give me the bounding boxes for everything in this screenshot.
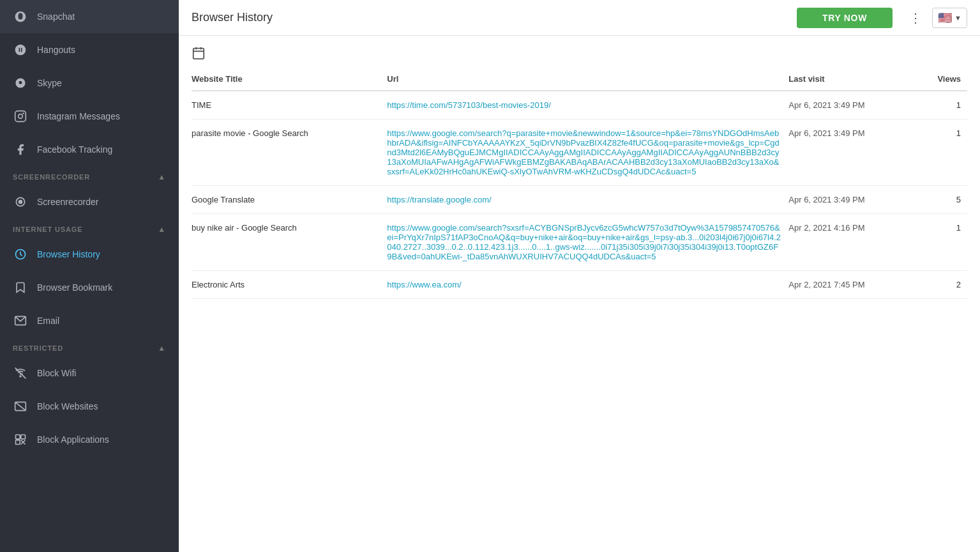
skype-icon	[13, 75, 28, 91]
facebook-icon	[13, 142, 28, 157]
snapchat-icon	[13, 9, 28, 24]
chevron-up-icon2: ▲	[158, 225, 166, 234]
cell-title: parasite movie - Google Search	[192, 119, 387, 186]
cell-title: TIME	[192, 91, 387, 119]
more-options-icon[interactable]: ⋮	[905, 8, 926, 28]
language-selector[interactable]: 🇺🇸 ▼	[932, 8, 967, 28]
record-icon	[13, 194, 28, 210]
cell-views: 5	[921, 186, 967, 214]
sidebar-item-label: Browser Bookmark	[37, 282, 112, 293]
calendar-icon-row	[192, 46, 967, 60]
main-panel: Browser History TRY NOW ⋮ 🇺🇸 ▼ Website T…	[179, 0, 980, 552]
cell-views: 2	[921, 271, 967, 299]
cell-url[interactable]: https://translate.google.com/	[387, 186, 788, 214]
cell-views: 1	[921, 91, 967, 119]
table-row: parasite movie - Google Searchhttps://ww…	[192, 119, 967, 186]
sidebar-item-block-applications[interactable]: Block Applications	[0, 423, 179, 456]
try-now-button[interactable]: TRY NOW	[797, 8, 893, 28]
cell-title: buy nike air - Google Search	[192, 214, 387, 271]
sidebar-item-label: Instagram Messages	[37, 111, 120, 121]
cell-last-visit: Apr 6, 2021 3:49 PM	[788, 119, 920, 186]
chevron-up-icon: ▲	[158, 172, 166, 181]
sidebar-item-browser-history[interactable]: Browser History	[0, 238, 179, 271]
chevron-up-icon3: ▲	[158, 344, 166, 353]
table-row: buy nike air - Google Searchhttps://www.…	[192, 214, 967, 271]
block-web-icon	[13, 399, 28, 414]
sidebar-item-browser-bookmark[interactable]: Browser Bookmark	[0, 271, 179, 304]
section-screenrecorder[interactable]: SCREENRECORDER ▲	[0, 166, 179, 185]
sidebar-item-skype[interactable]: Skype	[0, 66, 179, 100]
wifi-icon	[13, 365, 28, 381]
col-lastvisit: Last visit	[788, 68, 920, 91]
sidebar-item-block-wifi[interactable]: Block Wifi	[0, 356, 179, 390]
section-restricted[interactable]: RESTRICTED ▲	[0, 337, 179, 356]
flag-icon: 🇺🇸	[938, 11, 952, 25]
svg-rect-12	[21, 435, 26, 440]
page-title: Browser History	[192, 11, 797, 24]
svg-point-8	[20, 376, 21, 377]
svg-rect-13	[16, 440, 20, 445]
table-row: Google Translatehttps://translate.google…	[192, 186, 967, 214]
sidebar-item-block-websites[interactable]: Block Websites	[0, 390, 179, 423]
cell-title: Electronic Arts	[192, 271, 387, 299]
email-icon	[13, 313, 28, 328]
cell-views: 1	[921, 214, 967, 271]
history-table: Website Title Url Last visit Views TIMEh…	[192, 68, 967, 299]
cell-last-visit: Apr 2, 2021 4:16 PM	[788, 214, 920, 271]
svg-point-1	[19, 114, 23, 119]
sidebar-item-label: Screenrecorder	[37, 197, 99, 207]
instagram-icon	[13, 109, 28, 124]
svg-rect-16	[193, 49, 204, 59]
block-app-icon	[13, 432, 28, 447]
section-internet-usage[interactable]: INTERNET USAGE ▲	[0, 218, 179, 238]
sidebar-item-label: Snapchat	[37, 12, 75, 22]
cell-last-visit: Apr 6, 2021 3:49 PM	[788, 186, 920, 214]
sidebar-item-label: Email	[37, 316, 59, 326]
sidebar-item-label: Skype	[37, 78, 62, 88]
sidebar-item-facebook[interactable]: Facebook Tracking	[0, 133, 179, 166]
cell-url[interactable]: https://www.google.com/search?sxsrf=ACYB…	[387, 214, 788, 271]
svg-rect-11	[16, 435, 20, 440]
hangouts-icon	[13, 42, 28, 57]
sidebar-item-snapchat[interactable]: Snapchat	[0, 0, 179, 33]
content-area: Website Title Url Last visit Views TIMEh…	[179, 36, 980, 552]
sidebar: Snapchat Hangouts Skype Instagram Messag…	[0, 0, 179, 552]
sidebar-item-label: Block Websites	[37, 401, 98, 411]
header-actions: ⋮ 🇺🇸 ▼	[905, 8, 967, 28]
cell-views: 1	[921, 119, 967, 186]
clock-icon	[13, 247, 28, 262]
sidebar-item-label: Block Applications	[37, 434, 109, 445]
table-row: TIMEhttps://time.com/5737103/best-movies…	[192, 91, 967, 119]
page-header: Browser History TRY NOW ⋮ 🇺🇸 ▼	[179, 0, 980, 36]
cell-last-visit: Apr 6, 2021 3:49 PM	[788, 91, 920, 119]
svg-line-10	[15, 402, 26, 410]
sidebar-item-instagram[interactable]: Instagram Messages	[0, 100, 179, 133]
svg-point-4	[19, 200, 23, 204]
cell-title: Google Translate	[192, 186, 387, 214]
cell-url[interactable]: https://time.com/5737103/best-movies-201…	[387, 91, 788, 119]
sidebar-item-label: Hangouts	[37, 45, 75, 55]
calendar-icon	[192, 46, 206, 60]
sidebar-item-hangouts[interactable]: Hangouts	[0, 33, 179, 66]
sidebar-item-label: Facebook Tracking	[37, 144, 112, 155]
col-title: Website Title	[192, 68, 387, 91]
sidebar-item-label: Browser History	[37, 249, 100, 259]
cell-url[interactable]: https://www.google.com/search?q=parasite…	[387, 119, 788, 186]
sidebar-item-email[interactable]: Email	[0, 304, 179, 337]
sidebar-item-screenrecorder[interactable]: Screenrecorder	[0, 185, 179, 218]
col-views: Views	[921, 68, 967, 91]
chevron-down-icon: ▼	[954, 14, 961, 22]
table-row: Electronic Artshttps://www.ea.com/Apr 2,…	[192, 271, 967, 299]
cell-last-visit: Apr 2, 2021 7:45 PM	[788, 271, 920, 299]
svg-point-2	[22, 112, 24, 114]
bookmark-icon	[13, 280, 28, 295]
svg-rect-0	[15, 111, 26, 122]
sidebar-item-label: Block Wifi	[37, 368, 76, 378]
cell-url[interactable]: https://www.ea.com/	[387, 271, 788, 299]
col-url: Url	[387, 68, 788, 91]
